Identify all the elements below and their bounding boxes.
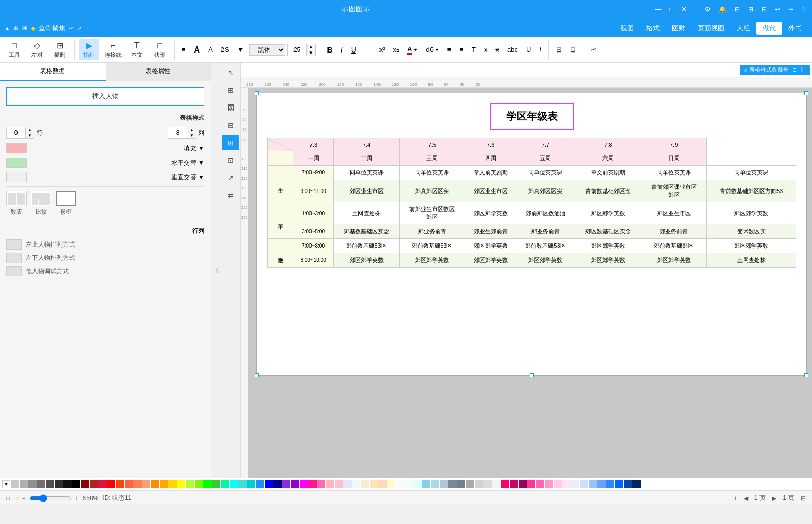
col-num-input[interactable]	[168, 128, 187, 137]
r1c7[interactable]: 同单位英英课	[707, 166, 796, 180]
r4c4[interactable]: 郊业务前青	[516, 224, 575, 239]
font-size-input[interactable]	[288, 45, 306, 55]
close-panel-icon[interactable]: ×	[744, 67, 747, 73]
r4c5[interactable]: 郊区数基础区实念	[575, 224, 641, 239]
r5c5[interactable]: 郊区郊学英数	[575, 239, 641, 253]
sidebar-layers[interactable]: ⊟	[222, 117, 239, 133]
menu-group[interactable]: 人组	[731, 22, 756, 35]
font-color-dropdown[interactable]: A ▼	[404, 44, 421, 56]
color-swatch-62[interactable]	[554, 480, 562, 488]
font-size-btn[interactable]: 2S	[218, 45, 232, 55]
align-left-icon[interactable]: ≡	[179, 45, 189, 55]
sidebar-shapes[interactable]: ⊞	[222, 82, 239, 98]
color-swatch-42[interactable]	[378, 480, 387, 488]
superscript-btn[interactable]: x²	[376, 45, 388, 55]
color-swatch-28[interactable]	[256, 480, 264, 488]
arrow-icon[interactable]: ↗	[77, 25, 82, 32]
color-swatch-54[interactable]	[483, 480, 492, 488]
menu-format[interactable]: 格式	[640, 22, 666, 35]
copy-btn[interactable]: ⊡	[567, 45, 579, 55]
indent-btn[interactable]: T	[469, 45, 479, 55]
italic2-btn[interactable]: I	[536, 45, 544, 55]
italic-btn[interactable]: I	[338, 45, 346, 55]
numberedlist-btn[interactable]: ≡	[456, 45, 467, 55]
color-swatch-37[interactable]	[335, 480, 343, 488]
color-swatch-53[interactable]	[475, 480, 483, 488]
r3c5[interactable]: 郊区郊学英数	[575, 202, 641, 224]
highlight-arrow[interactable]: ▼	[435, 47, 439, 53]
r1c6[interactable]: 同单位英英课	[641, 166, 707, 180]
hstripe-swatch[interactable]	[6, 158, 27, 168]
sidebar-image[interactable]: 🖼	[222, 100, 239, 115]
tool-shape[interactable]: □ 状形	[149, 40, 170, 60]
color-swatch-15[interactable]	[142, 480, 150, 488]
tool-pointer[interactable]: ▶ 指针	[79, 39, 99, 60]
panel-collapse-btn[interactable]: 《	[211, 63, 220, 478]
color-swatch-51[interactable]	[457, 480, 465, 488]
canvas-content[interactable]: 5060708090 100110120130140 150160 学区年级表	[241, 88, 812, 478]
vstripe-dropdown[interactable]: ▼	[198, 173, 204, 181]
color-swatch-63[interactable]	[562, 480, 571, 488]
r6c7[interactable]: 土网查处株	[707, 253, 796, 268]
diamond-icon[interactable]: ◆	[31, 25, 36, 32]
color-swatch-5[interactable]	[55, 480, 63, 488]
sidebar-cursor[interactable]: ↖	[222, 65, 239, 80]
color-swatch-7[interactable]	[72, 480, 80, 488]
color-swatch-29[interactable]	[265, 480, 273, 488]
color-swatch-59[interactable]	[527, 480, 535, 488]
sel-handle-bl[interactable]	[255, 373, 259, 377]
menu-view[interactable]: 视图	[614, 22, 640, 35]
color-swatch-27[interactable]	[247, 480, 255, 488]
r4c7[interactable]: 变术数区实	[707, 224, 796, 239]
zoom-minus[interactable]: −	[22, 495, 26, 502]
r1c3[interactable]: 章文前英剧期	[465, 166, 516, 180]
color-swatch-14[interactable]	[133, 480, 142, 488]
view-toggle-icon[interactable]: ⊟	[801, 495, 806, 502]
color-swatch-70[interactable]	[624, 480, 632, 488]
color-swatch-17[interactable]	[160, 480, 168, 488]
exponent-btn[interactable]: x	[481, 45, 491, 55]
r4c3[interactable]: 郊业生郊前青	[465, 224, 516, 239]
expand-icon[interactable]: ⊞	[748, 6, 753, 13]
redo-icon[interactable]: ↪	[788, 6, 793, 13]
color-swatch-49[interactable]	[440, 480, 448, 488]
col-down[interactable]: ▼	[187, 133, 196, 138]
tool-text[interactable]: T 本文	[127, 40, 147, 60]
color-swatch-4[interactable]	[46, 480, 54, 488]
r6c3[interactable]: 郊区郊学英数	[465, 253, 516, 268]
close-btn[interactable]: ×	[682, 5, 686, 14]
r5c6[interactable]: 郊前数基础郊区	[641, 239, 707, 253]
r6c4[interactable]: 郊区郊学英数	[516, 253, 575, 268]
r2c1[interactable]: 郊区业生市区	[334, 180, 400, 202]
refresh-icon[interactable]: ↻	[802, 6, 807, 13]
color-swatch-23[interactable]	[212, 480, 220, 488]
format-option-2[interactable]: 左下人物排列方式	[6, 253, 204, 263]
strikethrough-btn[interactable]: —	[361, 45, 374, 55]
r6c6[interactable]: 郊区郊学英数	[641, 253, 707, 268]
color-swatch-18[interactable]	[168, 480, 177, 488]
page-nav-left[interactable]: ◀	[744, 495, 748, 502]
table-type-compare[interactable]: 比较	[31, 191, 51, 216]
paste-btn[interactable]: ⊟	[553, 45, 565, 55]
r5c2[interactable]: 郊前数基础53区	[399, 239, 465, 253]
color-swatch-68[interactable]	[606, 480, 614, 488]
r2c7[interactable]: 青前数基础郊区区方向53	[707, 180, 796, 202]
layout-icon[interactable]: ⊟	[735, 6, 740, 13]
color-swatch-57[interactable]	[510, 480, 518, 488]
r3c6[interactable]: 郊区业生市区	[641, 202, 707, 224]
r3c7[interactable]: 郊区郊学英数	[707, 202, 796, 224]
color-swatch-43[interactable]	[387, 480, 395, 488]
menu-action[interactable]: 做代	[756, 22, 782, 35]
r6c2[interactable]: 郊区郊学英数	[399, 253, 465, 268]
link-icon[interactable]: ⌘	[22, 25, 28, 32]
sidebar-connect[interactable]: ⇄	[222, 187, 239, 203]
color-swatch-8[interactable]	[81, 480, 89, 488]
tool-select[interactable]: □ 工具	[4, 40, 25, 60]
expand-menu-icon[interactable]: ▲	[4, 25, 10, 32]
color-swatch-65[interactable]	[580, 480, 588, 488]
zoom-plus[interactable]: +	[75, 495, 79, 502]
color-swatch-25[interactable]	[230, 480, 238, 488]
zoom-slider[interactable]	[30, 494, 71, 502]
r2c6[interactable]: 青前郊区课业市区郊区	[641, 180, 707, 202]
sel-handle-tr[interactable]	[804, 91, 808, 95]
